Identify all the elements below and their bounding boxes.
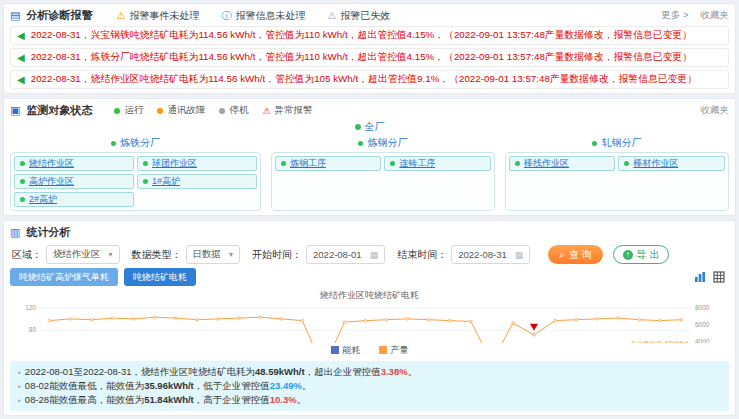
status-favorites-link[interactable]: 收藏夹 <box>701 104 730 117</box>
warning-icon: ⚠ <box>262 106 270 116</box>
region-select[interactable]: 烧结作业区 ▾ <box>46 245 120 264</box>
view-toggle-icons <box>694 271 725 283</box>
status-group-box: 烧结作业区球团作业区高炉作业区1#高炉2#高炉 <box>10 152 261 211</box>
status-group-0: 炼铁分厂烧结作业区球团作业区高炉作业区1#高炉2#高炉 <box>10 135 261 211</box>
status-node-dot <box>20 161 25 166</box>
summary-segment: 35.96kWh/t <box>144 380 194 391</box>
export-icon: ↑ <box>623 250 633 260</box>
status-node-label: 烧结作业区 <box>29 157 74 170</box>
bullet-icon: ▪ <box>18 382 21 391</box>
alarm-tab-icon: ⚠ <box>116 10 125 21</box>
legend-series-label: 能耗 <box>343 345 361 355</box>
alarm-tabs: ⚠报警事件未处理ⓘ报警信息未处理⚠报警已失效 <box>116 9 390 23</box>
status-group-2: 轧钢分厂棒线作业区棒材作业区 <box>505 135 729 211</box>
legend-item: 通讯故障 <box>157 104 205 117</box>
summary-segment: 3.38% <box>381 366 408 377</box>
summary-segment: ，高于企业管控值 <box>194 394 270 405</box>
end-date-value: 2022-08-31 <box>458 249 507 260</box>
chart-title: 烧结作业区吨烧结矿电耗 <box>10 289 729 302</box>
alarm-row[interactable]: ◀2022-08-31，烧结作业区吨烧结矿电耗为114.56 kWh/t，管控值… <box>10 70 729 89</box>
svg-text:80: 80 <box>29 326 37 333</box>
alarm-row[interactable]: ◀2022-08-31，兴宝钢铁吨烧结矿电耗为114.56 kWh/t，管控值为… <box>10 26 729 45</box>
alarm-text: 2022-08-31，兴宝钢铁吨烧结矿电耗为114.56 kWh/t，管控值为1… <box>31 29 692 42</box>
alarm-tab-icon: ⚠ <box>327 10 336 21</box>
end-date-input[interactable]: 2022-08-31 ▦ <box>451 245 530 264</box>
status-node-chip[interactable]: 1#高炉 <box>137 174 257 189</box>
legend-label: 运行 <box>124 104 143 117</box>
summary-block: ▪2022-08-01至2022-08-31，烧结作业区吨烧结矿电耗为48.59… <box>10 361 729 411</box>
chevron-down-icon: ▾ <box>109 250 113 259</box>
status-node-label: 炼钢工序 <box>290 157 326 170</box>
status-node-chip[interactable]: 炼钢工序 <box>275 156 382 171</box>
legend-swatch <box>331 346 339 354</box>
alarm-flag-icon: ◀ <box>17 75 25 85</box>
chart-legend-item[interactable]: 能耗 <box>331 344 361 357</box>
alarm-row[interactable]: ◀2022-08-31，炼铁分厂吨烧结矿电耗为114.56 kWh/t，管控值为… <box>10 48 729 67</box>
status-node-dot <box>281 161 286 166</box>
status-group-1: 炼钢分厂炼钢工序连铸工序 <box>271 135 495 211</box>
calendar-icon: ▦ <box>515 250 524 260</box>
calendar-icon: ▦ <box>370 250 379 260</box>
status-node-dot <box>20 179 25 184</box>
summary-segment: 51.84kWh/t <box>144 394 194 405</box>
legend-item: ⚠异常报警 <box>262 104 312 117</box>
alarm-flag-icon: ◀ <box>17 31 25 41</box>
metric-chips-container: 吨烧结矿高炉煤气单耗吨烧结矿电耗 <box>10 268 196 286</box>
status-node-chip[interactable]: 棒线作业区 <box>509 156 616 171</box>
summary-segment: 08-28能效值最高，能效值为 <box>25 394 144 405</box>
alarm-panel-header: ▤ 分析诊断报警 ⚠报警事件未处理ⓘ报警信息未处理⚠报警已失效 更多 > 收藏夹 <box>10 8 729 23</box>
group-label-text: 炼铁分厂 <box>120 137 160 148</box>
legend-label: 停机 <box>229 104 248 117</box>
group-label-text: 轧钢分厂 <box>601 137 641 148</box>
status-panel-icon: ▣ <box>10 105 20 116</box>
status-legend: 运行通讯故障停机⚠异常报警 <box>114 104 312 117</box>
status-node-chip[interactable]: 2#高炉 <box>14 192 134 207</box>
filter-row: 区域： 烧结作业区 ▾ 数据类型： 日数据 ▾ 开始时间： 2022-08-01… <box>10 245 729 264</box>
alarm-tab-0[interactable]: ⚠报警事件未处理 <box>116 9 199 23</box>
summary-segment: 10.3% <box>270 394 297 405</box>
export-button[interactable]: ↑导 出 <box>613 245 670 264</box>
metric-tab-1[interactable]: 吨烧结矿电耗 <box>124 268 196 286</box>
legend-label: 异常报警 <box>274 104 312 117</box>
metric-tab-0[interactable]: 吨烧结矿高炉煤气单耗 <box>10 268 118 286</box>
query-button[interactable]: ⌕查 询 <box>548 245 602 264</box>
status-node-chip[interactable]: 连铸工序 <box>384 156 491 171</box>
chart-legend-item[interactable]: 产量 <box>379 344 409 357</box>
svg-text:4000: 4000 <box>695 338 710 344</box>
status-node-chip[interactable]: 球团作业区 <box>137 156 257 171</box>
status-node-label: 棒线作业区 <box>524 157 569 170</box>
status-node-label: 棒材作业区 <box>633 157 678 170</box>
stats-panel: ▥ 统计分析 区域： 烧结作业区 ▾ 数据类型： 日数据 ▾ 开始时间： 202… <box>3 220 736 416</box>
datatype-select[interactable]: 日数据 ▾ <box>186 245 241 264</box>
alarm-panel-icon: ▤ <box>10 10 20 21</box>
status-root-node[interactable]: 全厂 <box>10 120 729 134</box>
alarm-tab-icon: ⓘ <box>221 9 231 23</box>
status-node-dot <box>515 161 520 166</box>
status-group-label: 炼铁分厂 <box>10 136 261 150</box>
legend-dot <box>219 108 225 114</box>
favorites-link[interactable]: 收藏夹 <box>701 9 730 22</box>
region-value: 烧结作业区 <box>53 248 101 261</box>
table-view-icon[interactable] <box>713 271 725 283</box>
status-node-label: 连铸工序 <box>399 157 435 170</box>
status-node-chip[interactable]: 烧结作业区 <box>14 156 134 171</box>
more-link[interactable]: 更多 > <box>661 9 688 22</box>
status-node-dot <box>143 179 148 184</box>
alarm-list: ◀2022-08-31，兴宝钢铁吨烧结矿电耗为114.56 kWh/t，管控值为… <box>10 26 729 89</box>
group-label-text: 炼钢分厂 <box>367 137 407 148</box>
status-panel-header: ▣ 监测对象状态 运行通讯故障停机⚠异常报警 收藏夹 <box>10 103 729 118</box>
summary-segment: 。 <box>302 380 312 391</box>
chart-view-icon[interactable] <box>694 271 706 283</box>
start-date-input[interactable]: 2022-08-01 ▦ <box>306 245 385 264</box>
summary-segment: 23.49% <box>270 380 302 391</box>
alarm-tab-1[interactable]: ⓘ报警信息未处理 <box>221 9 305 23</box>
search-icon: ⌕ <box>559 249 565 261</box>
summary-segment: 。 <box>297 394 307 405</box>
alarm-panel: ▤ 分析诊断报警 ⚠报警事件未处理ⓘ报警信息未处理⚠报警已失效 更多 > 收藏夹… <box>3 3 736 94</box>
status-node-label: 球团作业区 <box>152 157 197 170</box>
alarm-tab-2[interactable]: ⚠报警已失效 <box>327 9 390 23</box>
status-node-chip[interactable]: 棒材作业区 <box>618 156 725 171</box>
status-group-box: 棒线作业区棒材作业区 <box>505 152 729 211</box>
status-node-chip[interactable]: 高炉作业区 <box>14 174 134 189</box>
summary-segment: 48.59kWh/t <box>255 366 305 377</box>
